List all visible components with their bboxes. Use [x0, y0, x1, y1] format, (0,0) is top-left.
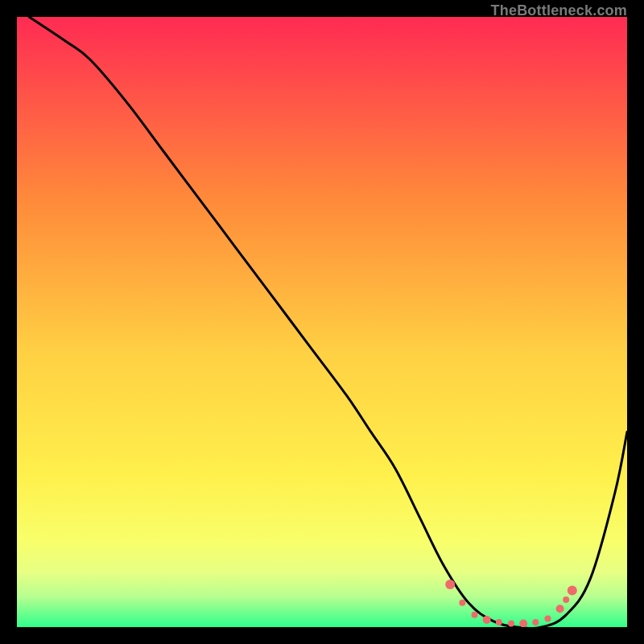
bottleneck-curve-layer [17, 17, 627, 627]
valley-dot [445, 580, 455, 589]
valley-dot [496, 619, 502, 625]
valley-dot [568, 586, 577, 596]
valley-dot [563, 597, 569, 603]
valley-dots [445, 580, 577, 627]
valley-dot [544, 615, 551, 621]
valley-dot [459, 600, 465, 606]
valley-dot [483, 616, 491, 624]
valley-dot [556, 605, 564, 613]
valley-dot [532, 619, 539, 625]
bottleneck-curve [29, 17, 627, 627]
valley-dot [472, 612, 478, 618]
chart-frame: TheBottleneck.com [17, 17, 627, 627]
valley-dot [519, 619, 527, 627]
valley-dot [508, 620, 514, 626]
